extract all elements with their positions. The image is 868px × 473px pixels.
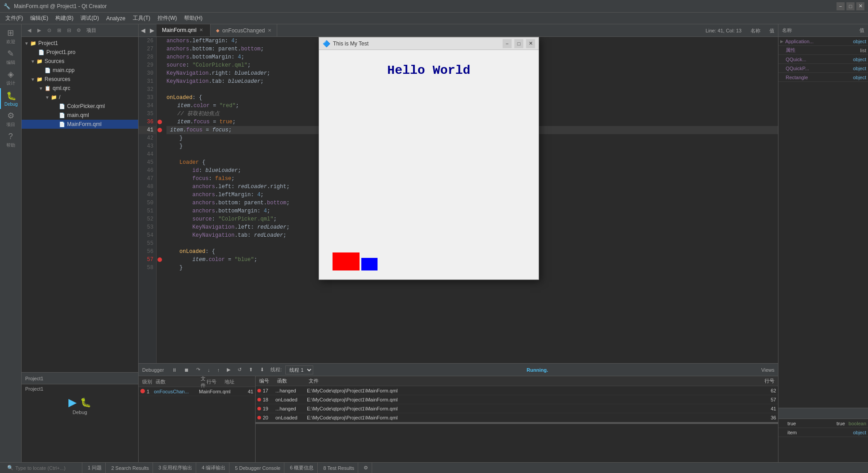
sidebar-item-design[interactable]: ◈ 设计 [0,68,22,88]
debugger-step-in-btn[interactable]: ↓ [205,366,213,374]
tree-colorpicker[interactable]: 📄 ColorPicker.qml [22,102,138,111]
prop-value-properties: list [860,48,866,53]
debugger-frame-down-btn[interactable]: ⬇ [257,366,267,374]
preview-close[interactable]: ✕ [526,39,535,48]
preview-app-icon: 🔷 [323,40,330,47]
debugger-interrupt-btn[interactable]: ⏸ [169,366,180,374]
frame-row-19[interactable]: 19 ...hanged E:\MyCode\qtproj\Project1\M… [256,404,778,413]
tree-resources-label: Resources [45,76,70,82]
sidebar-sync-btn[interactable]: ⊙ [45,27,53,35]
sidebar-item-debug[interactable]: 🐛 Debug [0,88,22,109]
status-app-output[interactable]: 3 应用程序输出 [155,463,196,473]
menu-file[interactable]: 文件(F) [2,13,27,23]
search-results-label: 2 Search Results [111,465,149,471]
tree-resources[interactable]: ▼ 📁 Resources [22,75,138,84]
sidebar-forward-btn[interactable]: ▶ [35,27,43,35]
debugger-step-over-btn[interactable]: ↷ [193,366,203,374]
run-button[interactable]: ▶ [68,396,76,409]
frame-bp-19 [257,407,261,410]
search-input[interactable] [15,465,78,471]
debugger-frame-up-btn[interactable]: ⬆ [246,366,256,374]
debug-mode-label: Debug [25,410,135,415]
prop-row2-item[interactable]: item object [778,428,868,437]
col-file2: 文件 [309,378,747,384]
frame-row-20[interactable]: 20 onLoaded E:\MyCode\qtproj\Project1\Ma… [256,413,778,422]
status-test-results[interactable]: 8 Test Results [319,463,358,473]
sidebar-title: 项目 [86,27,96,34]
tree-qml-root[interactable]: ▼ 📁 / [22,93,138,102]
menu-controls[interactable]: 控件(W) [154,13,180,23]
sidebar-item-help[interactable]: ? 帮助 [0,130,22,150]
stack-frames-header: 编号 函数 文件 行号 [256,376,778,386]
prop-name2-item: item [787,430,853,435]
menu-tools[interactable]: 工具(T) [129,13,154,23]
value-col-label: 值 [769,27,774,34]
prop-row-qqclick[interactable]: QQuick... object [778,55,868,64]
tab-prev-btn[interactable]: ◀ [139,24,148,36]
status-general-info[interactable]: 6 概要信息 [286,463,318,473]
frame-row-18[interactable]: 18 onLoaded E:\MyCode\qtproj\Project1\Ma… [256,395,778,404]
prop-val2-true: true [837,421,845,426]
debug-run-button[interactable]: 🐛 [80,397,91,408]
status-bar: 🔍 1 问题 2 Search Results 3 应用程序输出 4 编译输出 … [0,462,868,473]
call-stack-row-1[interactable]: 1 onFocusChan... MainForm.qml 41 [139,387,255,396]
prop-row-properties[interactable]: 属性 list [778,46,868,55]
frame-func-19: ...hanged [275,406,307,411]
status-search-area[interactable]: 🔍 [4,463,82,473]
status-search-results[interactable]: 2 Search Results [108,463,153,473]
sidebar-back-btn[interactable]: ◀ [25,27,33,35]
tab-mainform-close[interactable]: ✕ [199,27,203,32]
bottom-content: 级别 函数 文件 行号 地址 1 onFocusChan... MainForm… [139,376,778,462]
tree-project1-pro[interactable]: 📄 Project1.pro [22,48,138,57]
sidebar-filter-btn[interactable]: ⚙ [75,27,83,35]
tab-next-btn[interactable]: ▶ [148,24,157,36]
menu-help[interactable]: 帮助(H) [180,13,206,23]
tab-mainform[interactable]: MainForm.qml ✕ [157,24,211,36]
debugger-stop-btn[interactable]: ⏹ [181,366,192,374]
sidebar-item-welcome[interactable]: ⊞ 欢迎 [0,26,22,47]
preview-maximize[interactable]: □ [514,39,523,48]
frame-row-17[interactable]: 17 ...hanged E:\MyCode\qtproj\Project1\M… [256,386,778,395]
status-issues[interactable]: 1 问题 [84,463,106,473]
prop-row-application[interactable]: ▶ Application... object [778,37,868,46]
debugger-step-out-btn[interactable]: ↑ [215,366,223,374]
tree-sources-label: Sources [45,58,64,64]
close-button[interactable]: ✕ [856,2,864,10]
debugger-continue-btn[interactable]: ▶ [224,366,233,374]
edit-icon: ✎ [7,49,14,59]
status-compile-output[interactable]: 4 编译输出 [198,463,229,473]
preview-minimize[interactable]: − [503,39,512,48]
menu-analyze[interactable]: Analyze [103,14,129,23]
prop-row2-true[interactable]: true true boolean [778,419,868,428]
status-debugger-console[interactable]: 5 Debugger Console [231,463,284,473]
line-47: 47 [139,175,156,183]
prop-row-rectangle[interactable]: Rectangle object [778,73,868,82]
tree-main-qml[interactable]: 📄 main.qml [22,111,138,120]
thread-selector[interactable]: 线程 1 [285,365,313,374]
sidebar-collapse-btn[interactable]: ⊟ [65,27,73,35]
sidebar-item-edit[interactable]: ✎ 编辑 [0,47,22,68]
status-settings-btn[interactable]: ⚙ [360,463,372,473]
views-label: Views [761,367,774,373]
menu-build[interactable]: 构建(B) [52,13,77,23]
tree-mainform-qml[interactable]: 📄 MainForm.qml [22,120,138,129]
editor-inline-status: Line: 41, Col: 13 名称 值 [702,24,778,37]
title-bar-controls[interactable]: − □ ✕ [837,2,864,10]
minimize-button[interactable]: − [837,2,845,10]
maximize-button[interactable]: □ [846,2,855,10]
debugger-reset-btn[interactable]: ↺ [235,366,244,374]
tab-onfocuschanged[interactable]: ◆ onFocusChanged ✕ [211,24,277,36]
tree-project1[interactable]: ▼ 📁 Project1 [22,39,138,48]
menu-debug[interactable]: 调试(D) [77,13,103,23]
tree-main-cpp[interactable]: 📄 main.cpp [22,66,138,75]
menu-edit[interactable]: 编辑(E) [27,13,52,23]
prop-row-qqickp[interactable]: QQuickP... object [778,64,868,73]
col-line2: 行号 [747,378,774,384]
tree-sources[interactable]: ▼ 📁 Sources [22,57,138,66]
preview-window[interactable]: 🔷 This is My Test − □ ✕ Hello World [319,37,539,280]
tab-onfocuschanged-close[interactable]: ✕ [268,28,271,33]
thread-label: 线程: [270,366,282,373]
tree-qml-qrc[interactable]: ▼ 📋 qml.qrc [22,84,138,93]
sidebar-expand-btn[interactable]: ⊞ [55,27,63,35]
sidebar-item-project[interactable]: ⚙ 项目 [0,109,22,130]
